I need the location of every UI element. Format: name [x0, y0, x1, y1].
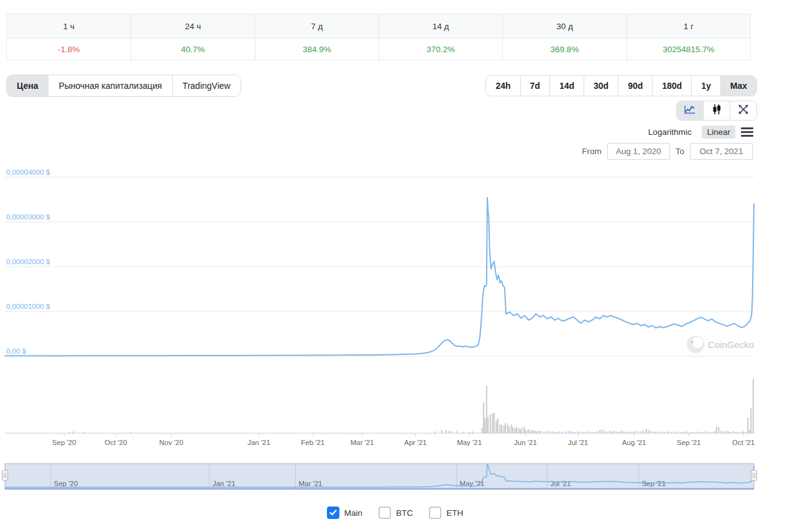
chart-mode-tabs: Цена Рыночная капитализация TradingView [6, 75, 241, 97]
navigator[interactable]: Sep '20Jan '21Mar '21May '21Jul '21Sep '… [2, 464, 757, 489]
perf-header-1h: 1 ч [7, 14, 131, 39]
range-90d[interactable]: 90d [618, 76, 652, 96]
svg-text:Sep '20: Sep '20 [54, 480, 78, 487]
chart-type-buttons [676, 101, 757, 121]
perf-value-1h: -1.8% [7, 39, 131, 60]
perf-header-24h: 24 ч [131, 14, 254, 39]
chart-menu-icon[interactable] [741, 126, 753, 138]
svg-text:Mar '21: Mar '21 [351, 439, 374, 446]
price-line [5, 198, 754, 355]
range-24h[interactable]: 24h [486, 76, 520, 96]
svg-text:Nov '20: Nov '20 [159, 439, 183, 446]
btc-checkbox[interactable] [379, 507, 391, 519]
range-14d[interactable]: 14d [549, 76, 584, 96]
svg-text:0,00003000 $: 0,00003000 $ [6, 213, 50, 221]
perf-header-7d: 7 д [255, 14, 379, 39]
svg-text:Sep '20: Sep '20 [52, 439, 76, 446]
perf-header-14d: 14 д [379, 14, 502, 39]
expand-arrows-icon [738, 104, 749, 117]
y-gridlines [5, 177, 754, 356]
time-range-buttons: 24h 7d 14d 30d 90d 180d 1y Max [485, 75, 757, 96]
eth-checkbox[interactable] [429, 507, 441, 519]
svg-text:0,00001000 $: 0,00001000 $ [6, 303, 50, 310]
series-legend: Main BTC ETH [0, 507, 790, 519]
svg-text:Aug '21: Aug '21 [622, 439, 646, 446]
price-chart-canvas[interactable]: 0,00004000 $0,00003000 $0,00002000 $0,00… [0, 168, 790, 493]
range-1y[interactable]: 1y [691, 76, 720, 96]
svg-text:Apr '21: Apr '21 [404, 439, 426, 446]
from-label: From [582, 147, 602, 156]
range-30d[interactable]: 30d [584, 76, 618, 96]
scale-toggle-row: Logarithmic Linear [643, 126, 753, 139]
coingecko-watermark: CoinGecko [687, 336, 754, 353]
svg-text:CoinGecko: CoinGecko [708, 339, 754, 350]
to-label: To [676, 147, 684, 156]
candlestick-button[interactable] [703, 101, 730, 120]
svg-text:Oct '20: Oct '20 [104, 439, 127, 446]
legend-label-btc: BTC [396, 508, 413, 518]
range-7d[interactable]: 7d [520, 76, 549, 96]
svg-text:Mar '21: Mar '21 [299, 480, 323, 487]
line-chart-button[interactable] [677, 101, 703, 120]
svg-text:Jun '21: Jun '21 [514, 439, 537, 446]
svg-text:May '21: May '21 [457, 439, 482, 446]
y-axis-labels: 0,00004000 $0,00003000 $0,00002000 $0,00… [6, 168, 50, 355]
svg-text:Oct '21: Oct '21 [732, 439, 755, 446]
svg-text:0,00004000 $: 0,00004000 $ [6, 168, 50, 176]
line-chart-icon [684, 104, 696, 117]
perf-header-1y: 1 г [627, 14, 750, 39]
performance-table: 1 ч 24 ч 7 д 14 д 30 д 1 г -1.8% 40.7% 3… [6, 14, 751, 60]
legend-label-main: Main [344, 508, 362, 518]
range-max[interactable]: Max [720, 76, 756, 96]
to-date-input[interactable] [690, 143, 753, 160]
perf-value-1y: 30254815.7% [627, 39, 750, 60]
svg-text:Jan '21: Jan '21 [213, 480, 236, 487]
perf-value-7d: 384.9% [255, 39, 379, 60]
svg-text:Sep '21: Sep '21 [641, 480, 666, 487]
fullscreen-button[interactable] [730, 101, 756, 120]
svg-text:Feb '21: Feb '21 [301, 439, 324, 446]
legend-item-main[interactable]: Main [327, 507, 362, 519]
tab-price[interactable]: Цена [7, 75, 48, 96]
legend-item-eth[interactable]: ETH [429, 507, 463, 519]
candlestick-icon [711, 104, 722, 117]
x-axis-labels: Sep '20Oct '20Nov '20Jan '21Feb '21Mar '… [52, 433, 755, 446]
svg-text:Jul '21: Jul '21 [550, 480, 571, 487]
svg-text:Sep '21: Sep '21 [677, 439, 701, 446]
perf-value-24h: 40.7% [131, 39, 254, 60]
coin-price-chart-page: 1 ч 24 ч 7 д 14 д 30 д 1 г -1.8% 40.7% 3… [0, 0, 790, 532]
perf-header-30d: 30 д [502, 14, 626, 39]
navigator-left-handle[interactable] [2, 470, 8, 480]
date-range-row: From To [582, 143, 753, 160]
svg-text:Jan '21: Jan '21 [247, 439, 270, 446]
legend-label-eth: ETH [446, 508, 463, 518]
tab-market-cap[interactable]: Рыночная капитализация [48, 75, 172, 96]
checkbox-check-icon [329, 510, 337, 516]
svg-text:Jul '21: Jul '21 [567, 439, 588, 446]
svg-text:0,00002000 $: 0,00002000 $ [6, 258, 50, 265]
from-date-input[interactable] [607, 143, 670, 160]
linear-option[interactable]: Linear [702, 126, 735, 139]
navigator-right-handle[interactable] [751, 470, 757, 480]
range-180d[interactable]: 180d [652, 76, 691, 96]
logarithmic-option[interactable]: Logarithmic [643, 126, 697, 139]
svg-text:0,00 $: 0,00 $ [6, 347, 27, 355]
volume-bars [69, 379, 754, 433]
legend-item-btc[interactable]: BTC [379, 507, 413, 519]
perf-value-14d: 370.2% [379, 39, 502, 60]
main-checkbox[interactable] [327, 507, 339, 519]
perf-value-30d: 369.8% [502, 39, 626, 60]
tab-tradingview[interactable]: TradingView [172, 75, 241, 96]
